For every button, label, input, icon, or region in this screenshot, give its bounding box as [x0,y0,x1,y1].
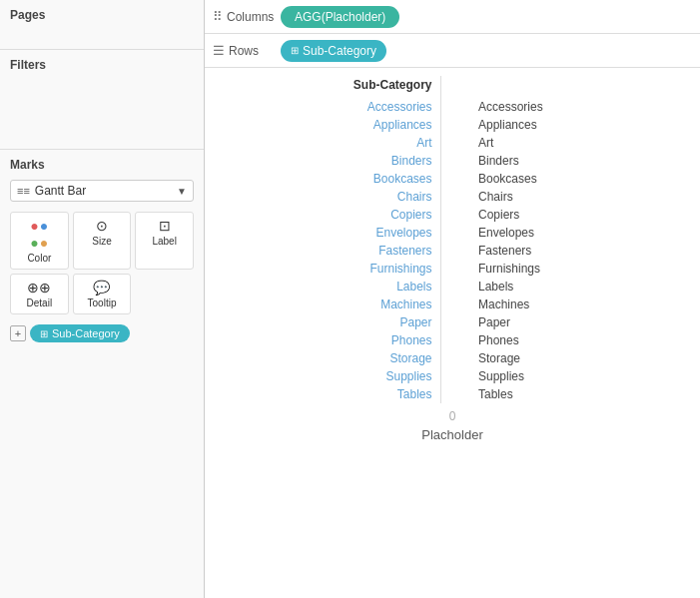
divider-cell [440,313,470,331]
divider-cell [440,367,470,385]
marks-title: Marks [10,158,194,172]
right-cell: Phones [470,331,684,349]
marks-pill-row: + ⊞ Sub-Category [10,324,194,342]
left-cell: Binders [221,152,440,170]
left-cell: Paper [221,313,440,331]
rows-pill[interactable]: ⊞ Sub-Category [281,40,386,62]
table-row: TablesTables [221,385,684,403]
divider-cell [440,98,470,116]
table-row: ChairsChairs [221,188,684,206]
divider-cell [440,188,470,206]
right-cell: Binders [470,152,684,170]
rows-label: ☰ Rows [213,43,273,58]
table-row: PhonesPhones [221,331,684,349]
color-label: Color [27,253,51,264]
divider-cell [440,385,470,403]
columns-row: ⠿ Columns AGG(Placholder) [205,0,700,34]
header-sub-category-right [470,76,684,98]
detail-button[interactable]: ⊕⊕ Detail [10,274,69,314]
right-cell: Appliances [470,116,684,134]
divider-cell [440,134,470,152]
right-cell: Machines [470,296,684,313]
right-cell: Envelopes [470,224,684,242]
divider-cell [440,116,470,134]
left-cell: Furnishings [221,260,440,278]
size-icon: ⊙ [96,218,108,234]
right-cell: Supplies [470,367,684,385]
rows-pill-icon: ⊞ [291,45,299,56]
left-cell: Storage [221,349,440,367]
marks-section: Marks ≡≡ Gantt Bar ▼ ●● ●● Color ⊙ Size … [0,150,204,598]
left-cell: Fasteners [221,242,440,260]
pill-icon: ⊞ [40,328,48,339]
table-row: PaperPaper [221,313,684,331]
header-sub-category-left: Sub-Category [221,76,440,98]
detail-icon: ⊕⊕ [27,280,51,296]
divider-cell [440,206,470,224]
left-cell: Copiers [221,206,440,224]
divider-cell [440,349,470,367]
label-icon: ⊡ [159,218,171,234]
gantt-bar-icon: ≡≡ [17,185,30,197]
table-row: ArtArt [221,134,684,152]
pill-label: Sub-Category [52,327,120,339]
right-cell: Bookcases [470,170,684,188]
left-cell: Supplies [221,367,440,385]
left-cell: Art [221,134,440,152]
filters-section: Filters [0,50,204,150]
divider-cell [440,242,470,260]
color-dots-icon: ●● ●● [30,218,48,251]
divider-header [440,76,470,98]
label-button[interactable]: ⊡ Label [135,212,194,270]
color-button[interactable]: ●● ●● Color [10,212,69,270]
divider-cell [440,170,470,188]
divider-cell [440,278,470,296]
right-cell: Paper [470,313,684,331]
marks-dropdown-label: Gantt Bar [35,184,177,198]
divider-cell [440,224,470,242]
table-row: LabelsLabels [221,278,684,296]
tooltip-icon: 💬 [93,280,110,296]
add-field-button[interactable]: + [10,325,26,341]
left-cell: Accessories [221,98,440,116]
size-label: Size [92,236,111,247]
table-row: FurnishingsFurnishings [221,260,684,278]
left-cell: Chairs [221,188,440,206]
tooltip-label: Tooltip [88,298,117,308]
columns-icon: ⠿ [213,9,223,24]
table-row: SuppliesSupplies [221,367,684,385]
right-cell: Copiers [470,206,684,224]
tooltip-button[interactable]: 💬 Tooltip [73,274,132,314]
size-button[interactable]: ⊙ Size [73,212,132,270]
divider-cell [440,260,470,278]
table-row: StorageStorage [221,349,684,367]
left-cell: Envelopes [221,224,440,242]
left-cell: Tables [221,385,440,403]
sub-category-pill[interactable]: ⊞ Sub-Category [30,324,130,342]
divider-cell [440,152,470,170]
rows-icon: ☰ [213,43,225,58]
left-cell: Labels [221,278,440,296]
columns-label: ⠿ Columns [213,9,273,24]
table-row: MachinesMachines [221,296,684,313]
agg-pill[interactable]: AGG(Placholder) [281,6,399,28]
left-cell: Machines [221,296,440,313]
right-cell: Furnishings [470,260,684,278]
left-cell: Appliances [221,116,440,134]
pages-section: Pages [0,0,204,50]
data-table: Sub-Category AccessoriesAccessoriesAppli… [221,76,684,403]
right-cell: Accessories [470,98,684,116]
table-row: BindersBinders [221,152,684,170]
left-panel: Pages Filters Marks ≡≡ Gantt Bar ▼ ●● ●●… [0,0,205,598]
detail-label: Detail [27,298,53,308]
marks-buttons: ●● ●● Color ⊙ Size ⊡ Label ⊕⊕ Detail 💬 T… [10,212,194,314]
table-row: AppliancesAppliances [221,116,684,134]
rows-pill-label: Sub-Category [303,44,376,58]
right-cell: Tables [470,385,684,403]
right-cell: Art [470,134,684,152]
table-row: AccessoriesAccessories [221,98,684,116]
table-row: EnvelopesEnvelopes [221,224,684,242]
rows-text: Rows [229,44,259,58]
columns-text: Columns [227,10,274,24]
marks-dropdown[interactable]: ≡≡ Gantt Bar ▼ [10,180,194,202]
